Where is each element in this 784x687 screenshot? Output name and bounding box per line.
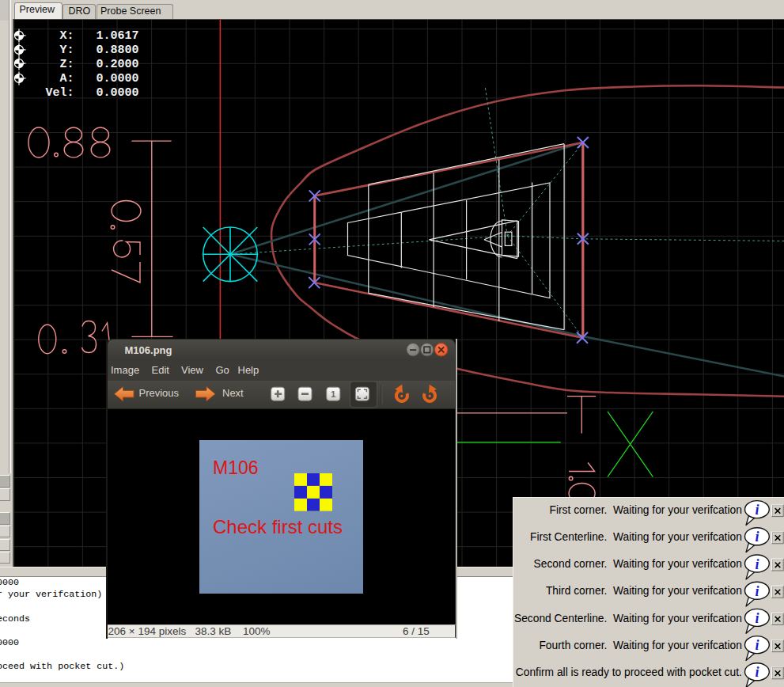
svg-text:Vel:: Vel: xyxy=(45,86,74,100)
svg-text:1: 1 xyxy=(331,389,336,399)
svg-text:A:: A: xyxy=(59,72,74,85)
svg-text:Z:: Z: xyxy=(59,58,74,71)
svg-text:0.0000: 0.0000 xyxy=(96,72,138,85)
svg-text:X:: X: xyxy=(59,29,74,43)
svg-text:0.2000: 0.2000 xyxy=(96,58,138,71)
svg-text:Y:: Y: xyxy=(59,44,74,57)
svg-text:0.0000: 0.0000 xyxy=(96,86,138,100)
svg-text:1.0617: 1.0617 xyxy=(96,29,138,43)
svg-text:0.8800: 0.8800 xyxy=(96,44,138,57)
